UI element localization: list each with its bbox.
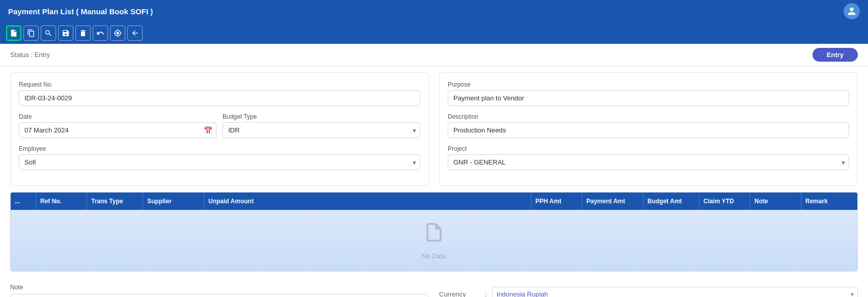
currency-select-wrapper: Indonesia Rupiah USD - US Dollar EUR - E…	[492, 287, 858, 297]
col-note: Note	[750, 193, 801, 210]
date-group: Date 📅	[19, 113, 216, 138]
budget-type-group: Budget Type ▾	[223, 113, 420, 138]
status-label: Status : Entry	[10, 51, 50, 59]
date-label: Date	[19, 113, 216, 120]
toolbar	[0, 22, 868, 44]
col-supplier: Supplier	[143, 193, 204, 210]
settings-btn[interactable]	[110, 25, 125, 41]
col-unpaid-amount: Unpaid Amount	[204, 193, 531, 210]
currency-colon: :	[485, 290, 487, 297]
app-header: Payment Plan List ( Manual Book SOFI )	[0, 0, 868, 22]
settings-icon	[114, 29, 122, 37]
note-section: Note	[10, 284, 429, 297]
table-body: No Data	[11, 210, 857, 271]
employee-input[interactable]	[19, 154, 420, 170]
user-avatar[interactable]	[844, 3, 860, 19]
undo-icon	[96, 29, 104, 37]
status-badge: Entry	[812, 48, 858, 62]
data-table: ... Ref No. Trans Type Supplier Unpaid A…	[10, 192, 858, 272]
col-payment-amt: Payment Amt	[582, 193, 643, 210]
budget-type-wrapper: ▾	[223, 122, 420, 138]
project-group: Project ▾	[448, 145, 849, 170]
delete-icon	[79, 29, 87, 37]
date-budget-row: Date 📅 Budget Type ▾	[19, 113, 420, 145]
no-data-text: No Data	[422, 252, 446, 260]
bottom-section: Note Currency : Indonesia Rupiah USD - U…	[0, 278, 868, 297]
col-trans-type: Trans Type	[87, 193, 143, 210]
undo-btn[interactable]	[93, 25, 108, 41]
project-wrapper: ▾	[448, 154, 849, 170]
table-header: ... Ref No. Trans Type Supplier Unpaid A…	[11, 193, 857, 210]
back-btn[interactable]	[127, 25, 143, 41]
new-document-btn[interactable]	[6, 25, 21, 41]
delete-btn[interactable]	[75, 25, 91, 41]
col-pph-amt: PPH Amt	[531, 193, 582, 210]
search-icon	[44, 29, 52, 37]
col-ref-no: Ref No.	[36, 193, 87, 210]
date-input[interactable]	[19, 122, 216, 138]
person-icon	[847, 7, 856, 16]
col-budget-amt: Budget Amt	[643, 193, 699, 210]
copy-btn[interactable]	[23, 25, 39, 41]
request-no-label: Request No.	[19, 81, 420, 88]
search-btn[interactable]	[41, 25, 56, 41]
col-actions: ...	[11, 193, 36, 210]
project-label: Project	[448, 145, 849, 152]
purpose-group: Purpose	[448, 81, 849, 106]
request-no-input[interactable]	[19, 90, 420, 106]
description-group: Description	[448, 113, 849, 138]
save-icon	[62, 29, 70, 37]
note-textarea[interactable]	[10, 294, 429, 297]
description-label: Description	[448, 113, 849, 120]
note-label: Note	[10, 284, 429, 291]
description-input[interactable]	[448, 122, 849, 138]
currency-label: Currency	[439, 290, 480, 297]
request-no-group: Request No.	[19, 81, 420, 106]
budget-type-input[interactable]	[223, 122, 420, 138]
page-title: Payment Plan List ( Manual Book SOFI )	[8, 7, 153, 16]
employee-label: Employee	[19, 145, 420, 152]
currency-row: Currency : Indonesia Rupiah USD - US Dol…	[439, 284, 858, 297]
back-icon	[131, 29, 139, 37]
purpose-label: Purpose	[448, 81, 849, 88]
main-content: Status : Entry Entry Request No. Date 📅 …	[0, 44, 868, 297]
copy-icon	[27, 29, 35, 37]
employee-group: Employee ▾	[19, 145, 420, 170]
new-doc-icon	[10, 29, 18, 37]
employee-wrapper: ▾	[19, 154, 420, 170]
col-claim-ytd: Claim YTD	[699, 193, 750, 210]
date-wrapper: 📅	[19, 122, 216, 138]
save-btn[interactable]	[58, 25, 73, 41]
form-left: Request No. Date 📅 Budget Type ▾	[10, 72, 429, 186]
budget-type-label: Budget Type	[223, 113, 420, 120]
project-input[interactable]	[448, 154, 849, 170]
status-bar: Status : Entry Entry	[0, 44, 868, 66]
currency-section: Currency : Indonesia Rupiah USD - US Dol…	[439, 284, 858, 297]
form-container: Request No. Date 📅 Budget Type ▾	[0, 66, 868, 192]
col-remark: Remark	[801, 193, 857, 210]
purpose-input[interactable]	[448, 90, 849, 106]
currency-select[interactable]: Indonesia Rupiah USD - US Dollar EUR - E…	[492, 287, 858, 297]
form-right: Purpose Description Project ▾	[439, 72, 858, 186]
no-data-icon	[423, 221, 445, 248]
